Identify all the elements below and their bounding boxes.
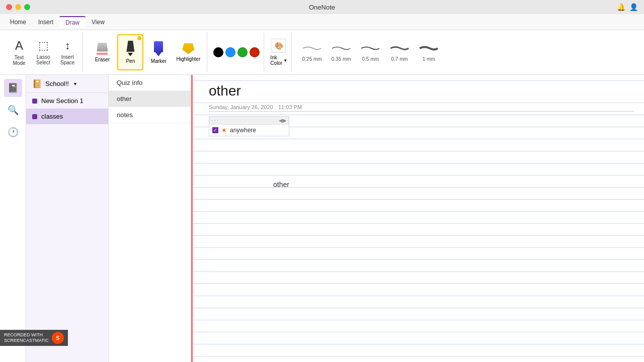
text-mode-button[interactable]: A Text Mode (8, 34, 30, 70)
stroke-025-icon (301, 43, 323, 53)
page-label-notes: notes (117, 111, 133, 119)
page-item-quiz-info[interactable]: Quiz info (109, 75, 191, 91)
sidebar-item-classes[interactable]: classes (26, 109, 108, 124)
window-controls (6, 4, 30, 10)
close-button[interactable] (6, 4, 12, 10)
insert-space-label: Insert Space (60, 54, 74, 65)
draw-tools-group: Eraser Pen Marker (85, 32, 207, 72)
color-black[interactable] (213, 47, 223, 57)
tab-draw[interactable]: Draw (59, 16, 86, 28)
page-body-text: other (273, 180, 289, 189)
stroke-sizes-group: 0.25 mm 0.35 mm 0.5 mm 0.7 mm 1 mm (294, 32, 447, 72)
pen-body-icon (126, 41, 134, 52)
page-date: Sunday, January 26, 2020 (209, 104, 273, 110)
page-item-notes[interactable]: notes (109, 107, 191, 123)
sidebar-item-new-section-1[interactable]: New Section 1 (26, 93, 108, 109)
eraser-label: Eraser (95, 57, 110, 62)
marker-body-icon (154, 41, 163, 52)
ribbon: Home Insert Draw View A Text Mode ⬚ Lass… (0, 14, 644, 75)
page-content: other Sunday, January 26, 2020 11:03 PM … (191, 75, 644, 362)
ink-color-icon-wrap: 🎨 Ink Color ▼ (270, 39, 287, 66)
pen-button[interactable]: Pen (117, 34, 143, 70)
watermark-text: RECORDED WITH SCREENCASTMATIC (4, 332, 49, 343)
minimize-button[interactable] (15, 4, 21, 10)
section-2-label: classes (41, 113, 63, 120)
marker-label: Marker (151, 58, 167, 64)
pen-icon-wrap (126, 41, 134, 56)
task-row: ✓ ★ anywhere (209, 125, 289, 136)
task-checkbox[interactable]: ✓ (212, 127, 218, 133)
account-icon[interactable]: 👤 (629, 3, 638, 11)
ink-color-icon: 🎨 (272, 39, 286, 53)
stroke-05-label: 0.5 mm (362, 56, 379, 62)
page-title: other (209, 83, 241, 99)
stroke-05-icon (359, 43, 381, 53)
marker-icon-wrap (154, 41, 163, 56)
screencast-logo: S (52, 332, 64, 344)
page-item-other[interactable]: other (109, 91, 191, 107)
stroke-07-button[interactable]: 0.7 mm (385, 34, 414, 70)
stroke-07-label: 0.7 mm (391, 56, 408, 62)
screencast-watermark: RECORDED WITH SCREENCASTMATIC S (0, 330, 68, 346)
stroke-025-button[interactable]: 0.25 mm (298, 34, 326, 70)
ribbon-content: A Text Mode ⬚ Lasso Select ↕ Insert Spac… (0, 30, 644, 74)
color-blue[interactable] (225, 47, 235, 57)
highlighter-label: Highlighter (176, 56, 200, 62)
stroke-1-label: 1 mm (423, 56, 435, 62)
ink-color-button[interactable]: 🎨 Ink Color ▼ (266, 32, 292, 72)
highlighter-body-icon (182, 43, 194, 54)
task-header: · · · ◀▶ (209, 117, 289, 125)
stroke-035-label: 0.35 mm (332, 56, 351, 62)
highlighter-button[interactable]: Highlighter (174, 34, 203, 70)
text-mode-icon: A (15, 39, 23, 53)
stroke-05-button[interactable]: 0.5 mm (356, 34, 384, 70)
notebook-chevron-icon: ▾ (74, 81, 76, 86)
sidebar: 📔 School!! ▾ New Section 1 classes (26, 75, 109, 362)
recent-rail-icon[interactable]: 🕐 (4, 123, 22, 141)
eraser-base-icon (97, 53, 108, 55)
eraser-button[interactable]: Eraser (89, 34, 115, 70)
stroke-1-icon (418, 43, 440, 53)
section-dot-2 (32, 114, 37, 119)
color-red[interactable] (250, 47, 260, 57)
pen-label: Pen (126, 58, 135, 64)
content-area[interactable]: other Sunday, January 26, 2020 11:03 PM … (191, 75, 644, 362)
titlebar: OneNote 🔔 👤 (0, 0, 644, 14)
lasso-label: Lasso Select (36, 54, 50, 65)
notebook-rail-icon[interactable]: 📓 (4, 79, 22, 97)
color-green[interactable] (237, 47, 248, 57)
color-palette-group (209, 32, 264, 72)
tab-view[interactable]: View (86, 17, 111, 28)
stroke-035-button[interactable]: 0.35 mm (327, 34, 355, 70)
highlighter-icon-wrap (182, 43, 194, 54)
task-dots: · · · (211, 118, 218, 123)
task-text: anywhere (230, 127, 256, 134)
notification-icon[interactable]: 🔔 (617, 3, 625, 11)
section-1-label: New Section 1 (41, 97, 84, 105)
ink-color-label: Ink Color (270, 55, 282, 66)
tab-home[interactable]: Home (4, 17, 32, 28)
tab-insert[interactable]: Insert (32, 17, 59, 28)
ink-color-label-wrap: Ink Color ▼ (270, 55, 287, 66)
search-rail-icon[interactable]: 🔍 (4, 101, 22, 119)
task-collapse-icon[interactable]: ◀▶ (279, 118, 287, 123)
pen-tip-icon (128, 53, 133, 56)
insert-space-icon: ↕ (65, 39, 70, 52)
pages-panel: Quiz info other notes (109, 75, 191, 362)
lasso-icon: ⬚ (38, 39, 49, 52)
page-label-other: other (117, 95, 132, 103)
stroke-025-label: 0.25 mm (302, 56, 322, 62)
ribbon-tabs: Home Insert Draw View (0, 14, 644, 30)
insert-space-button[interactable]: ↕ Insert Space (56, 34, 78, 70)
stroke-035-icon (330, 43, 352, 53)
page-label-quiz-info: Quiz info (117, 79, 142, 86)
pen-color-dot (137, 36, 141, 40)
task-container[interactable]: · · · ◀▶ ✓ ★ anywhere (209, 116, 289, 136)
lasso-select-button[interactable]: ⬚ Lasso Select (32, 34, 54, 70)
maximize-button[interactable] (24, 4, 30, 10)
notebook-header[interactable]: 📔 School!! ▾ (26, 75, 108, 93)
marker-button[interactable]: Marker (145, 34, 172, 70)
stroke-1-button[interactable]: 1 mm (415, 34, 443, 70)
basic-tools-group: A Text Mode ⬚ Lasso Select ↕ Insert Spac… (4, 32, 83, 72)
notebook-icon: 📔 (32, 79, 42, 88)
